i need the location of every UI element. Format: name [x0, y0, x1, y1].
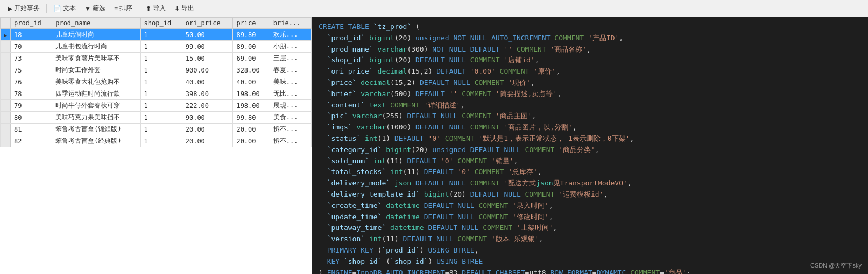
watermark: CSDN @天空下sky — [810, 262, 862, 270]
col-header-prod-name[interactable]: prod_name — [52, 18, 140, 29]
sql-line: `total_stocks` int(11) DEFAULT '0' COMME… — [319, 167, 862, 178]
table-cell-price: 20.00 — [233, 135, 270, 147]
table-cell-price: 99.80 — [233, 112, 270, 124]
col-header-price[interactable]: price — [233, 18, 270, 29]
table-header-row: prod_id prod_name shop_id ori_price pric… — [1, 18, 312, 29]
import-label: 导入 — [153, 4, 166, 13]
table-cell-shop_id: 1 — [140, 41, 182, 53]
row-indicator — [1, 64, 11, 76]
table-cell-prod_id: 80 — [11, 112, 52, 124]
table-cell-ori_price: 222.00 — [182, 100, 233, 112]
col-header-brief[interactable]: brie... — [270, 18, 311, 29]
table-cell-ori_price: 15.00 — [182, 53, 233, 64]
table-row[interactable]: 78四季运动鞋时尚流行款1398.00198.00无比... — [1, 88, 312, 100]
table-cell-brief: 三层... — [270, 53, 311, 64]
table-cell-price: 89.00 — [233, 41, 270, 53]
table-cell-brief: 无比... — [270, 88, 311, 100]
sql-line: `brief` varchar(500) DEFAULT '' COMMENT … — [319, 89, 862, 100]
sql-line: `content` text COMMENT '详细描述', — [319, 100, 862, 111]
table-cell-prod_name: 时尚牛仔外套春秋可穿 — [52, 100, 140, 112]
col-header-shop-id[interactable]: shop_id — [140, 18, 182, 29]
sql-line: `pic` varchar(255) DEFAULT NULL COMMENT … — [319, 111, 862, 122]
table-cell-brief: 美食... — [270, 112, 311, 124]
export-label: 导出 — [181, 4, 194, 13]
row-indicator: ▶ — [1, 29, 11, 41]
table-cell-prod_id: 18 — [11, 29, 52, 41]
table-cell-prod_name: 美味零食薯片美味享不 — [52, 53, 140, 64]
filter-icon: ▼ — [84, 5, 91, 12]
table-cell-prod_name: 美味零食大礼包抢购不 — [52, 76, 140, 88]
sql-line: `imgs` varchar(1000) DEFAULT NULL COMMEN… — [319, 122, 862, 133]
sql-panel[interactable]: CREATE TABLE `tz_prod` ( `prod_id` bigin… — [312, 17, 868, 274]
filter-button[interactable]: ▼ 筛选 — [81, 3, 109, 14]
table-row[interactable]: ▶18儿童玩偶时尚150.0089.80欢乐... — [1, 29, 312, 41]
table-cell-prod_name: 时尚女工作外套 — [52, 64, 140, 76]
table-cell-ori_price: 50.00 — [182, 29, 233, 41]
table-container[interactable]: prod_id prod_name shop_id ori_price pric… — [0, 17, 312, 274]
table-cell-prod_name: 美味巧克力果美味挡不 — [52, 112, 140, 124]
sql-line: ) ENGINE=InnoDB AUTO_INCREMENT=83 DEFAUL… — [319, 268, 862, 274]
sql-line: `ori_price` decimal(15,2) DEFAULT '0.00'… — [319, 66, 862, 77]
table-cell-shop_id: 1 — [140, 29, 182, 41]
table-row[interactable]: 70儿童书包流行时尚199.0089.00小朋... — [1, 41, 312, 53]
sql-line: `putaway_time` datetime DEFAULT NULL COM… — [319, 222, 862, 234]
table-cell-brief: 拆不... — [270, 124, 311, 135]
text-label: 文本 — [63, 4, 76, 13]
table-cell-prod_id: 75 — [11, 64, 52, 76]
sql-line: `sold_num` int(11) DEFAULT '0' COMMENT '… — [319, 156, 862, 167]
table-cell-price: 198.00 — [233, 100, 270, 112]
sql-line: `category_id` bigint(20) unsigned DEFAUL… — [319, 145, 862, 156]
table-row[interactable]: 80美味巧克力果美味挡不190.0099.80美食... — [1, 112, 312, 124]
table-cell-prod_id: 79 — [11, 100, 52, 112]
sql-line: `delivery_mode` json DEFAULT NULL COMMEN… — [319, 178, 862, 189]
table-row[interactable]: 76美味零食大礼包抢购不140.0040.00美味... — [1, 76, 312, 88]
table-cell-price: 328.00 — [233, 64, 270, 76]
text-button[interactable]: 📄 文本 — [50, 3, 79, 14]
import-button[interactable]: ⬆ 导入 — [143, 3, 169, 14]
table-cell-prod_id: 76 — [11, 76, 52, 88]
table-cell-prod_id: 82 — [11, 135, 52, 147]
row-indicator-header — [1, 18, 11, 29]
text-icon: 📄 — [53, 5, 61, 12]
table-cell-shop_id: 1 — [140, 53, 182, 64]
table-cell-brief: 展现... — [270, 100, 311, 112]
sql-line: PRIMARY KEY (`prod_id`) USING BTREE, — [319, 245, 862, 256]
table-cell-ori_price: 20.00 — [182, 124, 233, 135]
table-row[interactable]: 75时尚女工作外套1900.00328.00春夏... — [1, 64, 312, 76]
sql-line: `update_time` datetime DEFAULT NULL COMM… — [319, 212, 862, 223]
row-indicator — [1, 100, 11, 112]
table-row[interactable]: 73美味零食薯片美味享不115.0069.00三层... — [1, 53, 312, 64]
table-cell-ori_price: 20.00 — [182, 135, 233, 147]
sort-label: 排序 — [119, 4, 132, 13]
table-cell-prod_id: 81 — [11, 124, 52, 135]
table-cell-shop_id: 1 — [140, 100, 182, 112]
main-content: prod_id prod_name shop_id ori_price pric… — [0, 17, 868, 274]
sql-line: `create_time` datetime DEFAULT NULL COMM… — [319, 200, 862, 212]
table-cell-brief: 欢乐... — [270, 29, 311, 41]
table-cell-prod_id: 73 — [11, 53, 52, 64]
left-panel: prod_id prod_name shop_id ori_price pric… — [0, 17, 312, 274]
row-indicator — [1, 112, 11, 124]
table-cell-prod_name: 四季运动鞋时尚流行款 — [52, 88, 140, 100]
table-cell-price: 40.00 — [233, 76, 270, 88]
table-cell-ori_price: 99.00 — [182, 41, 233, 53]
table-cell-brief: 春夏... — [270, 64, 311, 76]
start-task-button[interactable]: ▶ 开始事务 — [4, 3, 43, 14]
export-button[interactable]: ⬇ 导出 — [171, 3, 197, 14]
col-header-prod-id[interactable]: prod_id — [11, 18, 52, 29]
sort-button[interactable]: ≡ 排序 — [111, 3, 136, 14]
table-row[interactable]: 81笨鲁考古盲盒(锦鲤版)120.0020.00拆不... — [1, 124, 312, 135]
import-icon: ⬆ — [146, 5, 151, 12]
table-cell-prod_id: 70 — [11, 41, 52, 53]
table-cell-prod_name: 笨鲁考古盲盒(锦鲤版) — [52, 124, 140, 135]
table-body: ▶18儿童玩偶时尚150.0089.80欢乐...70儿童书包流行时尚199.0… — [1, 29, 312, 147]
sql-line: `price` decimal(15,2) DEFAULT NULL COMME… — [319, 77, 862, 89]
table-row[interactable]: 82笨鲁考古盲盒(经典版)120.0020.00拆不... — [1, 135, 312, 147]
sql-line: `prod_name` varchar(300) NOT NULL DEFAUL… — [319, 44, 862, 55]
table-row[interactable]: 79时尚牛仔外套春秋可穿1222.00198.00展现... — [1, 100, 312, 112]
table-cell-brief: 小朋... — [270, 41, 311, 53]
table-cell-brief: 美味... — [270, 76, 311, 88]
table-cell-price: 20.00 — [233, 124, 270, 135]
col-header-ori-price[interactable]: ori_price — [182, 18, 233, 29]
table-cell-ori_price: 40.00 — [182, 76, 233, 88]
